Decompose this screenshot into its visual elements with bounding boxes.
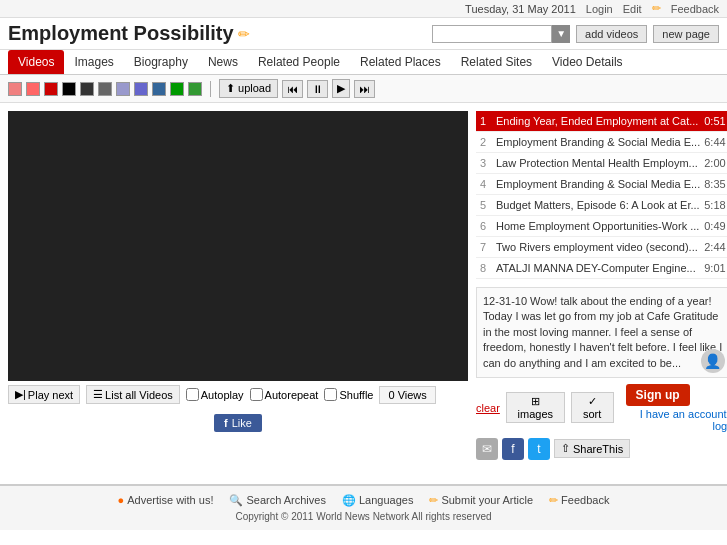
account-link[interactable]: I have an account, logi [626, 408, 727, 432]
playlist-duration-5: 5:18 [704, 199, 725, 211]
footer-feedback-link[interactable]: ✏ Feedback [549, 494, 609, 507]
media-prev-button[interactable]: ⏮ [282, 80, 303, 98]
feedback-link[interactable]: Feedback [671, 3, 719, 15]
playlist-num-7: 7 [480, 241, 496, 253]
facebook-icon: f [224, 417, 228, 429]
tab-related-places[interactable]: Related Places [350, 50, 451, 74]
playlist-title-5: Budget Matters, Episode 6: A Look at Er.… [496, 199, 700, 211]
media-next-button[interactable]: ⏭ [354, 80, 375, 98]
pencil-icon: ✏ [429, 494, 438, 507]
share-facebook-button[interactable]: f [502, 438, 524, 460]
color-swatch-10[interactable] [170, 82, 184, 96]
tab-biography[interactable]: Biography [124, 50, 198, 74]
color-swatch-9[interactable] [152, 82, 166, 96]
shuffle-label[interactable]: Shuffle [324, 388, 373, 401]
playlist-item-6[interactable]: 6 Home Employment Opportunities-Work ...… [476, 216, 727, 237]
playlist-num-4: 4 [480, 178, 496, 190]
media-pause-button[interactable]: ⏸ [307, 80, 328, 98]
color-swatch-8[interactable] [134, 82, 148, 96]
playlist: 1 Ending Year, Ended Employment at Cat..… [476, 111, 727, 279]
header-right: ▼ add videos new page [432, 25, 719, 43]
tab-video-details[interactable]: Video Details [542, 50, 633, 74]
search-wrapper: ▼ [432, 25, 570, 43]
playlist-item-5[interactable]: 5 Budget Matters, Episode 6: A Look at E… [476, 195, 727, 216]
footer-advertise-link[interactable]: ● Advertise with us! [118, 494, 214, 507]
playlist-item-2[interactable]: 2 Employment Branding & Social Media E..… [476, 132, 727, 153]
color-swatch-7[interactable] [116, 82, 130, 96]
footer: ● Advertise with us! 🔍 Search Archives 🌐… [0, 484, 727, 530]
autorepeat-checkbox[interactable] [250, 388, 263, 401]
images-icon: ⊞ [531, 395, 540, 407]
signup-area: Sign up I have an account, logi [626, 384, 727, 432]
playlist-num-5: 5 [480, 199, 496, 211]
topbar-date: Tuesday, 31 May 2011 [465, 3, 576, 15]
images-button[interactable]: ⊞ images [506, 392, 565, 423]
color-swatch-1[interactable] [8, 82, 22, 96]
tab-videos[interactable]: Videos [8, 50, 64, 74]
sharethis-button[interactable]: ⇧ ShareThis [554, 439, 630, 458]
color-swatch-11[interactable] [188, 82, 202, 96]
playlist-item-8[interactable]: 8 ATALJI MANNA DEY-Computer Engine... 9:… [476, 258, 727, 279]
footer-search-link[interactable]: 🔍 Search Archives [229, 494, 325, 507]
play-next-icon: ▶| [15, 388, 26, 401]
login-link[interactable]: Login [586, 3, 613, 15]
like-area: f Like [8, 408, 468, 438]
player-controls: ▶| Play next ☰ List all Videos Autoplay … [8, 381, 468, 408]
edit-icon[interactable]: ✏ [238, 26, 250, 42]
globe-icon: 🌐 [342, 494, 356, 507]
facebook-like-button[interactable]: f Like [214, 414, 262, 432]
playlist-item-7[interactable]: 7 Two Rivers employment video (second)..… [476, 237, 727, 258]
main-content: ▶| Play next ☰ List all Videos Autoplay … [0, 103, 727, 468]
share-area: ✉ f t ⇧ ShareThis [476, 438, 727, 460]
edit-link[interactable]: Edit [623, 3, 642, 15]
header-search-input[interactable] [432, 25, 552, 43]
list-all-button[interactable]: ☰ List all Videos [86, 385, 180, 404]
shuffle-checkbox[interactable] [324, 388, 337, 401]
signup-button[interactable]: Sign up [626, 384, 690, 406]
header: Employment Possibility ✏ ▼ add videos ne… [0, 18, 727, 50]
media-play-button[interactable]: ▶ [332, 79, 350, 98]
page-title: Employment Possibility [8, 22, 234, 45]
rss-icon: ● [118, 494, 125, 506]
autoplay-label[interactable]: Autoplay [186, 388, 244, 401]
toolbar-separator [210, 81, 211, 97]
video-player[interactable] [8, 111, 468, 381]
tab-related-sites[interactable]: Related Sites [451, 50, 542, 74]
autorepeat-label[interactable]: Autorepeat [250, 388, 319, 401]
upload-button[interactable]: ⬆ upload [219, 79, 278, 98]
sort-button[interactable]: ✓ sort [571, 392, 614, 423]
color-swatch-3[interactable] [44, 82, 58, 96]
color-swatch-6[interactable] [98, 82, 112, 96]
footer-languages-link[interactable]: 🌐 Languages [342, 494, 413, 507]
new-page-button[interactable]: new page [653, 25, 719, 43]
comment-text: 12-31-10 Wow! talk about the ending of a… [483, 295, 722, 369]
playlist-title-2: Employment Branding & Social Media E... [496, 136, 700, 148]
tab-related-people[interactable]: Related People [248, 50, 350, 74]
playlist-item-1[interactable]: 1 Ending Year, Ended Employment at Cat..… [476, 111, 727, 132]
playlist-num-2: 2 [480, 136, 496, 148]
tab-images[interactable]: Images [64, 50, 123, 74]
feedback-icon: ✏ [549, 494, 558, 507]
search-icon: 🔍 [229, 494, 243, 507]
search-dropdown-button[interactable]: ▼ [552, 25, 570, 43]
playlist-num-3: 3 [480, 157, 496, 169]
color-swatch-5[interactable] [80, 82, 94, 96]
color-swatch-4[interactable] [62, 82, 76, 96]
share-email-button[interactable]: ✉ [476, 438, 498, 460]
clear-link[interactable]: clear [476, 402, 500, 414]
footer-copyright: Copyright © 2011 World News Network All … [8, 511, 719, 522]
playlist-item-4[interactable]: 4 Employment Branding & Social Media E..… [476, 174, 727, 195]
comment-controls: clear ⊞ images ✓ sort Sign up I have an … [476, 384, 727, 432]
playlist-duration-4: 8:35 [704, 178, 725, 190]
share-twitter-button[interactable]: t [528, 438, 550, 460]
autoplay-checkbox[interactable] [186, 388, 199, 401]
add-videos-button[interactable]: add videos [576, 25, 647, 43]
list-icon: ☰ [93, 388, 103, 401]
footer-submit-link[interactable]: ✏ Submit your Article [429, 494, 533, 507]
playlist-title-1: Ending Year, Ended Employment at Cat... [496, 115, 700, 127]
tab-news[interactable]: News [198, 50, 248, 74]
playlist-item-3[interactable]: 3 Law Protection Mental Health Employm..… [476, 153, 727, 174]
color-swatch-2[interactable] [26, 82, 40, 96]
play-next-button[interactable]: ▶| Play next [8, 385, 80, 404]
header-left: Employment Possibility ✏ [8, 22, 250, 45]
